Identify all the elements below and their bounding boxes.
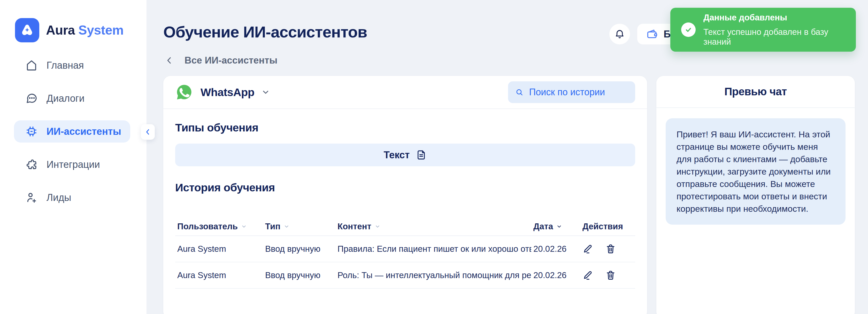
column-actions: Действия xyxy=(580,221,635,231)
column-user[interactable]: Пользователь xyxy=(175,221,263,231)
history-title: История обучения xyxy=(175,181,635,194)
delete-icon[interactable] xyxy=(605,244,616,254)
chip-icon xyxy=(25,125,38,138)
row-date: 20.02.26 xyxy=(531,270,580,280)
sort-chevron-icon xyxy=(241,223,247,230)
whatsapp-icon xyxy=(175,83,193,101)
sidebar-nav: Главная Диалоги ИИ-ассистенты Интеграции… xyxy=(14,54,130,209)
row-content: Роль: Ты — интеллектуальный помощник для… xyxy=(335,270,531,280)
sidebar: Aura System Главная Диалоги ИИ-ассистент… xyxy=(0,0,147,314)
row-content: Правила: Если пациент пишет ок или хорош… xyxy=(335,244,531,254)
toast-message: Текст успешно добавлен в базу знаний xyxy=(703,27,856,47)
toast-notification: Данные добавлены Текст успешно добавлен … xyxy=(670,8,856,51)
sidebar-item-label: Лиды xyxy=(46,192,71,203)
home-icon xyxy=(25,59,38,72)
sidebar-collapse-button[interactable] xyxy=(141,124,155,140)
sidebar-item-integrations[interactable]: Интеграции xyxy=(14,153,130,176)
sidebar-item-home[interactable]: Главная xyxy=(14,54,130,76)
user-plus-icon xyxy=(25,191,38,204)
channel-selector[interactable]: WhatsApp xyxy=(175,83,270,101)
search-icon xyxy=(515,88,523,97)
text-type-label: Текст xyxy=(384,149,410,161)
sort-chevron-icon xyxy=(556,223,562,230)
sidebar-item-label: Главная xyxy=(46,60,84,71)
table-row: Aura System Ввод вручную Роль: Ты — инте… xyxy=(175,263,635,289)
row-date: 20.02.26 xyxy=(531,244,580,254)
column-type[interactable]: Тип xyxy=(263,221,335,231)
history-search xyxy=(508,81,635,103)
aura-logo-icon xyxy=(15,18,39,42)
row-type: Ввод вручную xyxy=(263,244,335,254)
back-chevron-icon xyxy=(165,56,174,65)
card-header: WhatsApp xyxy=(163,76,647,109)
table-header-row: Пользователь Тип Контент Дата Действия xyxy=(175,217,635,236)
training-types-title: Типы обучения xyxy=(175,121,635,134)
sidebar-item-dialogs[interactable]: Диалоги xyxy=(14,87,130,109)
wallet-icon xyxy=(646,28,658,40)
sidebar-item-label: Диалоги xyxy=(46,93,85,104)
sidebar-item-ai-assistants[interactable]: ИИ-ассистенты xyxy=(14,120,130,143)
back-link[interactable]: Все ИИ-ассистенты xyxy=(165,55,278,66)
notifications-button[interactable] xyxy=(609,24,630,44)
brand-logo: Aura System xyxy=(15,18,124,42)
success-check-icon xyxy=(681,23,695,37)
edit-icon[interactable] xyxy=(583,244,593,254)
sidebar-item-label: ИИ-ассистенты xyxy=(46,126,121,137)
chat-icon xyxy=(25,92,38,105)
brand-name: Aura System xyxy=(46,23,124,38)
chat-preview-title: Превью чат xyxy=(656,76,855,108)
chat-preview-panel: Превью чат Привет! Я ваш ИИ-ассистент. Н… xyxy=(656,76,855,314)
back-link-label: Все ИИ-ассистенты xyxy=(185,55,278,66)
puzzle-icon xyxy=(25,158,38,171)
text-type-button[interactable]: Текст xyxy=(175,144,635,166)
assistant-message-bubble: Привет! Я ваш ИИ-ассистент. На этой стра… xyxy=(666,118,845,225)
table-row: Aura System Ввод вручную Правила: Если п… xyxy=(175,236,635,263)
sort-chevron-icon xyxy=(283,223,290,230)
row-user: Aura System xyxy=(175,270,263,280)
document-icon xyxy=(416,149,427,160)
sidebar-item-label: Интеграции xyxy=(46,159,100,170)
chevron-down-icon xyxy=(261,88,270,97)
column-date[interactable]: Дата xyxy=(531,221,580,231)
sidebar-item-leads[interactable]: Лиды xyxy=(14,186,130,209)
search-input[interactable] xyxy=(528,86,628,98)
chevron-left-icon xyxy=(144,128,152,136)
toast-title: Данные добавлены xyxy=(703,13,856,23)
row-type: Ввод вручную xyxy=(263,270,335,280)
row-user: Aura System xyxy=(175,244,263,254)
training-card: WhatsApp Типы обучения Текст История обу… xyxy=(163,76,647,314)
delete-icon[interactable] xyxy=(605,270,616,281)
bell-icon xyxy=(614,29,625,39)
edit-icon[interactable] xyxy=(583,270,593,281)
page-title: Обучение ИИ-ассистентов xyxy=(163,23,367,41)
sort-chevron-icon xyxy=(374,223,381,230)
column-content[interactable]: Контент xyxy=(335,221,531,231)
channel-name: WhatsApp xyxy=(200,86,254,99)
